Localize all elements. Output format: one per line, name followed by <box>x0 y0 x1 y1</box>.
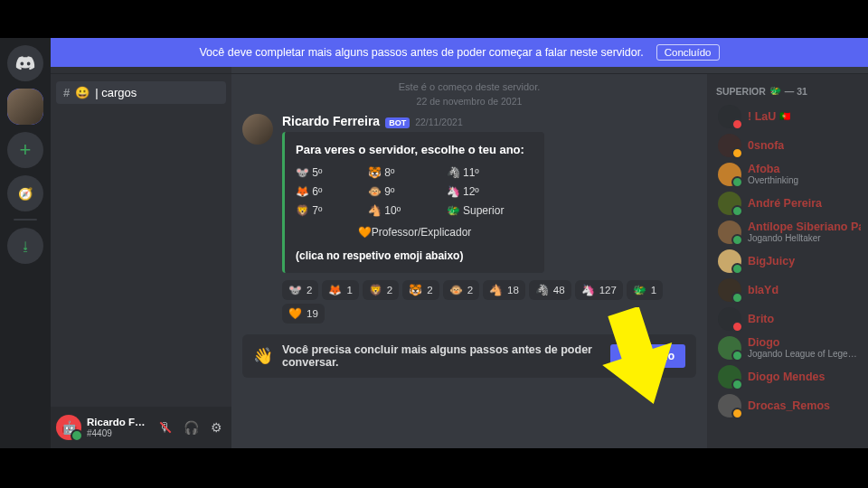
user-settings-button[interactable]: ⚙ <box>206 418 226 437</box>
member-name: Diogo <box>748 336 861 349</box>
member-name: 0snofa <box>748 139 784 152</box>
reaction[interactable]: 🦁2 <box>363 280 399 300</box>
member-name: ! LaU 🇵🇹 <box>748 110 790 123</box>
embed-year-cell: 🦊 6º <box>296 183 352 200</box>
message: Ricardo Ferreira BOT 22/11/2021 Para ver… <box>242 114 696 324</box>
mute-mic-button[interactable]: 🎙 <box>156 418 175 437</box>
deafen-button[interactable]: 🎧 <box>181 418 201 437</box>
reaction[interactable]: 🦊1 <box>322 280 358 300</box>
message-author[interactable]: Ricardo Ferreira <box>282 114 380 128</box>
member-avatar <box>718 221 741 244</box>
server-icon[interactable] <box>7 89 43 125</box>
member-item[interactable]: André Pereira <box>716 189 863 218</box>
wave-icon: 👋 <box>253 346 273 366</box>
channel-list: # 😀 | cargos <box>51 74 231 407</box>
member-name: Antílope Siberiano Par… <box>748 221 861 233</box>
member-item[interactable]: DiogoJogando League of Legends 💬 <box>716 333 863 362</box>
home-button[interactable] <box>7 45 43 81</box>
member-name: André Pereira <box>748 197 822 210</box>
embed-year-grid: 🐭 5º🐯 8º🦓 11º🦊 6º🐵 9º🦄 12º🦁 7º🐴 10º🐲 Sup… <box>296 164 533 219</box>
member-item[interactable]: blaYd <box>716 276 863 305</box>
member-name: Afoba <box>748 163 798 175</box>
member-avatar <box>718 336 741 360</box>
embed-year-cell: 🐲 Superior <box>447 202 533 219</box>
member-item[interactable]: Antílope Siberiano Par…Jogando Helltaker <box>716 218 863 247</box>
self-username[interactable]: Ricardo Ferr… #4409 <box>87 417 150 438</box>
member-item[interactable]: 0snofa <box>716 131 863 160</box>
avatar[interactable] <box>242 114 273 145</box>
reaction[interactable]: 🧡19 <box>282 304 325 324</box>
member-item[interactable]: ! LaU 🇵🇹 <box>716 102 863 131</box>
main-area: # 😀| cargos # 🔕 📌 👥 🔍 📥 ? Este é o começ… <box>231 38 868 448</box>
banner-done-button[interactable]: Concluído <box>656 44 720 61</box>
finish-steps-bar: 👋 Você precisa concluir mais alguns pass… <box>242 334 696 378</box>
reaction[interactable]: 🐲1 <box>627 280 663 300</box>
user-panel: 🤖 Ricardo Ferr… #4409 🎙 🎧 ⚙ <box>51 407 231 448</box>
rail-separator <box>14 219 37 221</box>
bot-tag: BOT <box>385 117 410 128</box>
embed-hint: (clica no respetivo emoji abaixo) <box>296 248 533 264</box>
finish-text: Você precisa concluir mais alguns passos… <box>282 343 601 369</box>
reaction[interactable]: 🐭2 <box>282 280 318 300</box>
member-item[interactable]: AfobaOverthinking <box>716 160 863 189</box>
hash-icon: # <box>63 86 70 99</box>
reaction[interactable]: 🦓48 <box>529 280 571 300</box>
embed-year-cell: 🦁 7º <box>296 202 352 219</box>
member-name: Drocas_Remos <box>748 399 830 412</box>
member-item[interactable]: Brito <box>716 305 863 333</box>
date-divider: 22 de novembro de 2021 <box>242 96 696 107</box>
reaction[interactable]: 🐯2 <box>402 280 439 300</box>
channel-emoji: 😀 <box>75 86 90 99</box>
member-avatar <box>718 192 741 215</box>
member-name: blaYd <box>748 284 778 296</box>
member-item[interactable]: Drocas_Remos <box>716 391 863 420</box>
embed-professor: 🧡Professor/Explicador <box>296 224 533 240</box>
member-avatar <box>718 365 741 389</box>
reaction[interactable]: 🦄127 <box>575 280 623 300</box>
finish-button[interactable]: Concluído <box>610 344 685 368</box>
embed-year-cell: 🐴 10º <box>368 202 430 219</box>
server-rail: + 🧭 ⭳ <box>0 38 51 448</box>
reaction[interactable]: 🐴18 <box>483 280 525 300</box>
embed-year-cell: 🦓 11º <box>447 164 533 181</box>
embed-year-cell: 🐵 9º <box>368 183 430 200</box>
embed-year-cell: 🐯 8º <box>368 164 430 181</box>
onboarding-banner: Você deve completar mais alguns passos a… <box>51 38 868 67</box>
member-avatar <box>718 134 741 157</box>
member-name: Brito <box>748 313 774 325</box>
member-list: SUPERIOR 🐲 — 31 ! LaU 🇵🇹0snofaAfobaOvert… <box>707 74 868 448</box>
download-apps-button[interactable]: ⭳ <box>7 228 43 264</box>
add-server-button[interactable]: + <box>7 132 43 168</box>
channel-sidebar: Ricardo Ferreira - Comu… ⌄ # 😀 | cargos … <box>51 38 231 448</box>
chat-scroll[interactable]: Este é o começo deste servidor. 22 de no… <box>231 74 707 448</box>
member-avatar <box>718 163 741 186</box>
member-avatar <box>718 278 741 302</box>
reaction[interactable]: 🐵2 <box>443 280 479 300</box>
embed-year-cell: 🦄 12º <box>447 183 533 200</box>
embed-year-cell: 🐭 5º <box>296 164 352 181</box>
banner-text: Você deve completar mais alguns passos a… <box>199 46 643 59</box>
member-avatar <box>718 105 741 128</box>
message-timestamp: 22/11/2021 <box>415 117 463 127</box>
member-avatar <box>718 249 741 273</box>
self-avatar[interactable]: 🤖 <box>56 415 81 440</box>
member-avatar <box>718 394 741 418</box>
member-item[interactable]: Diogo Mendes <box>716 362 863 391</box>
member-group-header: SUPERIOR 🐲 — 31 <box>716 85 863 97</box>
embed: Para veres o servidor, escolhe o teu ano… <box>282 132 544 273</box>
channel-item-cargos[interactable]: # 😀 | cargos <box>56 81 226 104</box>
reactions-row: 🐭2🦊1🦁2🐯2🐵2🐴18🦓48🦄127🐲1🧡19 <box>282 280 696 324</box>
embed-title: Para veres o servidor, escolhe o teu ano… <box>296 141 533 159</box>
member-name: BigJuicy <box>748 255 795 267</box>
channel-start-text: Este é o começo deste servidor. <box>242 81 696 92</box>
member-item[interactable]: BigJuicy <box>716 247 863 276</box>
explore-servers-button[interactable]: 🧭 <box>7 175 43 211</box>
channel-name: | cargos <box>95 86 137 99</box>
member-name: Diogo Mendes <box>748 371 825 383</box>
member-avatar <box>718 307 741 331</box>
